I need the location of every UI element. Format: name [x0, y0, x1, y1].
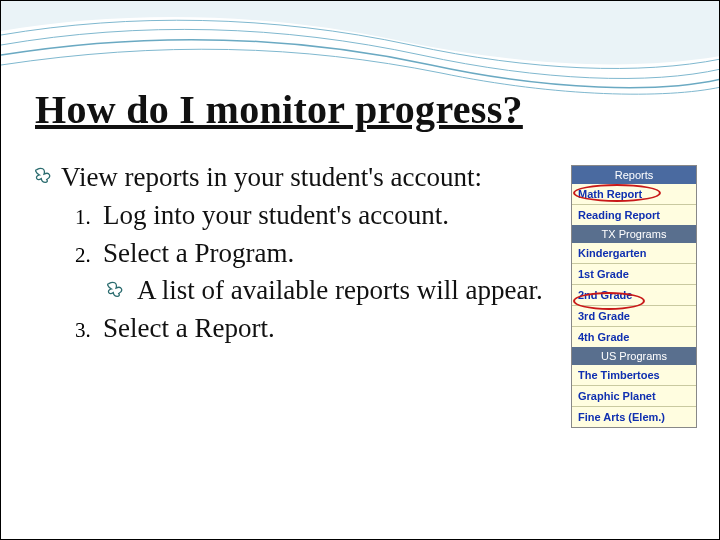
sidebar-item-4th-grade[interactable]: 4th Grade — [572, 327, 696, 347]
sidebar-item-graphic-planet[interactable]: Graphic Planet — [572, 386, 696, 407]
step-text: Select a Program. — [103, 237, 294, 271]
sidebar-item-3rd-grade[interactable]: 3rd Grade — [572, 306, 696, 327]
sidebar-item-1st-grade[interactable]: 1st Grade — [572, 264, 696, 285]
step-number: 1. — [75, 199, 103, 230]
step-number: 3. — [75, 312, 103, 343]
substep-text: A list of available reports will appear. — [137, 274, 543, 308]
body-text: View reports in your student's account: … — [35, 161, 571, 350]
bullet-icon — [35, 161, 61, 184]
sidebar-item-math-report[interactable]: Math Report — [572, 184, 696, 205]
step-number: 2. — [75, 237, 103, 268]
sidebar-item-2nd-grade[interactable]: 2nd Grade — [572, 285, 696, 306]
reports-sidebar: Reports Math Report Reading Report TX Pr… — [571, 165, 697, 428]
sidebar-header-tx: TX Programs — [572, 225, 696, 243]
step-text: Log into your student's account. — [103, 199, 449, 233]
sidebar-header-us: US Programs — [572, 347, 696, 365]
sidebar-item-timbertoes[interactable]: The Timbertoes — [572, 365, 696, 386]
sidebar-item-fine-arts[interactable]: Fine Arts (Elem.) — [572, 407, 696, 427]
sidebar-header-reports: Reports — [572, 166, 696, 184]
sidebar-item-reading-report[interactable]: Reading Report — [572, 205, 696, 225]
step-text: Select a Report. — [103, 312, 275, 346]
sidebar-item-kindergarten[interactable]: Kindergarten — [572, 243, 696, 264]
slide-title: How do I monitor progress? — [35, 86, 697, 133]
bullet-icon — [107, 274, 137, 298]
lead-text: View reports in your student's account: — [61, 161, 482, 195]
